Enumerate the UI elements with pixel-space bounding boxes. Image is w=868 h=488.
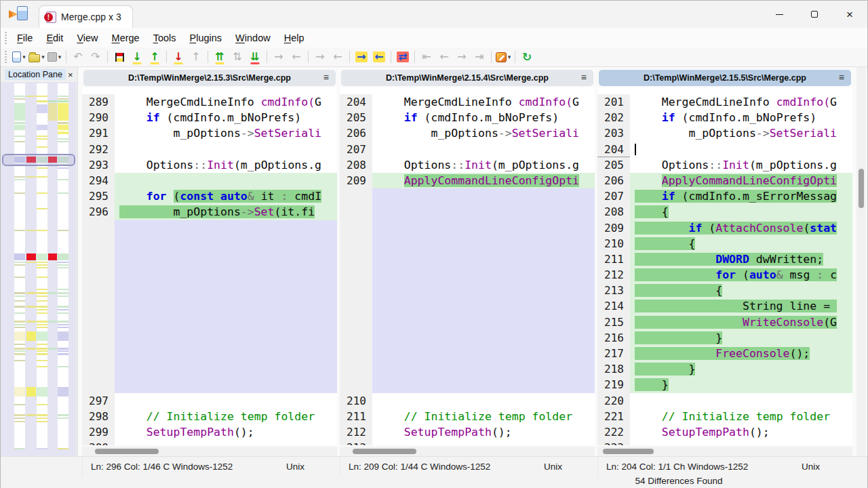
diff-marker[interactable] — [14, 448, 25, 449]
viewport-indicator[interactable] — [2, 154, 75, 166]
menu-file[interactable]: File — [10, 30, 39, 45]
code-line[interactable]: 211 DWORD dwWritten; — [597, 251, 852, 267]
diff-marker[interactable] — [58, 267, 68, 268]
code-line[interactable]: 289 MergeCmdLineInfo cmdInfo(G — [82, 94, 337, 110]
line-number[interactable]: 222 — [597, 424, 630, 440]
diff-marker[interactable] — [14, 230, 25, 231]
diff-marker[interactable] — [37, 136, 47, 137]
menu-edit[interactable]: Edit — [39, 30, 70, 45]
code-text[interactable]: ApplyCommandLineConfigOpti — [372, 173, 595, 188]
line-number[interactable]: 206 — [340, 125, 372, 141]
diff-marker[interactable] — [37, 138, 47, 140]
line-number[interactable]: 211 — [340, 409, 372, 424]
code-text[interactable] — [630, 440, 852, 445]
diff-marker[interactable] — [58, 103, 68, 121]
diff-marker[interactable] — [14, 353, 25, 355]
conflict-marker[interactable] — [48, 253, 57, 260]
diff-marker[interactable] — [58, 230, 68, 231]
diff-marker[interactable] — [37, 353, 47, 355]
code-line[interactable]: 293 Options::Init(m_pOptions.g — [82, 157, 337, 173]
line-number[interactable]: 291 — [82, 125, 115, 141]
toolbar-grip[interactable] — [5, 51, 7, 63]
code-text[interactable]: MergeCmdLineInfo cmdInfo(G — [115, 94, 337, 110]
code-line[interactable]: 211 // Initialize temp folder — [340, 409, 595, 424]
code-line[interactable]: 213 — [340, 440, 595, 445]
line-number[interactable]: 210 — [340, 393, 372, 409]
diff-marker[interactable] — [58, 122, 68, 124]
code-text[interactable]: for (const auto& it : cmdI — [115, 188, 337, 204]
diff-marker[interactable] — [48, 321, 57, 323]
line-number[interactable] — [82, 220, 115, 393]
diff-marker[interactable] — [37, 331, 47, 341]
diff-marker[interactable] — [14, 414, 25, 416]
pane-menu-icon[interactable]: ≡ — [581, 72, 587, 83]
diff-marker[interactable] — [58, 331, 68, 341]
line-number[interactable]: 299 — [82, 424, 115, 440]
code-line[interactable]: 213 { — [597, 283, 852, 298]
diff-marker[interactable] — [37, 306, 47, 308]
diff-marker[interactable] — [58, 138, 68, 140]
document-tab[interactable]: ! Merge.cpp x 3 — [39, 5, 133, 28]
diff-marker[interactable] — [14, 344, 25, 345]
diff-marker[interactable] — [26, 321, 36, 323]
line-number[interactable]: 203 — [597, 125, 630, 141]
diff-marker[interactable] — [37, 192, 47, 194]
diff-marker[interactable] — [48, 348, 57, 350]
diff-marker[interactable] — [37, 253, 47, 260]
refresh-button[interactable]: ↻ — [519, 49, 535, 65]
code-line[interactable]: 208 Options::Init(m_pOptions.g — [340, 157, 595, 173]
diff-marker[interactable] — [14, 96, 25, 97]
menu-help[interactable]: Help — [277, 30, 311, 45]
diff-marker[interactable] — [58, 327, 68, 328]
line-diff-button[interactable] — [111, 49, 127, 65]
line-number[interactable]: 295 — [82, 188, 115, 204]
line-number[interactable]: 204 — [597, 142, 630, 157]
code-line[interactable]: 209 if (AttachConsole(stat — [597, 220, 852, 236]
diff-marker[interactable] — [14, 312, 25, 314]
diff-marker[interactable] — [37, 404, 47, 405]
diff-marker[interactable] — [58, 387, 68, 396]
diff-marker[interactable] — [26, 96, 36, 97]
code-line[interactable]: 300 — [82, 440, 337, 445]
diff-marker[interactable] — [14, 292, 25, 294]
line-number[interactable]: 293 — [82, 157, 115, 173]
diff-marker[interactable] — [14, 192, 25, 194]
line-number[interactable]: 201 — [597, 94, 630, 110]
code-line[interactable]: 203 m_pOptions->SetSeriali — [597, 125, 852, 141]
line-number[interactable] — [340, 188, 372, 393]
line-number[interactable]: 204 — [340, 94, 372, 110]
code-line[interactable]: 210 { — [597, 236, 852, 251]
code-text[interactable] — [372, 393, 595, 409]
diff-marker[interactable] — [37, 321, 47, 323]
code-line[interactable]: 206 m_pOptions->SetSeriali — [340, 125, 595, 141]
code-text[interactable]: } — [630, 361, 852, 377]
line-number[interactable]: 217 — [597, 346, 630, 361]
menu-window[interactable]: Window — [229, 30, 277, 45]
code-text[interactable]: DWORD dwWritten; — [630, 251, 852, 267]
diff-marker[interactable] — [14, 306, 25, 308]
diff-marker[interactable] — [26, 176, 36, 178]
code-text[interactable]: } — [630, 330, 852, 346]
diff-marker[interactable] — [58, 418, 68, 419]
code-text[interactable]: if (cmdInfo.m_bNoPrefs) — [372, 110, 595, 125]
code-line[interactable]: 205 if (cmdInfo.m_bNoPrefs) — [340, 110, 595, 125]
line-number[interactable]: 297 — [82, 393, 115, 409]
diff-marker[interactable] — [26, 306, 36, 308]
code-line[interactable]: 212 for (auto& msg : c — [597, 267, 852, 283]
copy-both-button[interactable]: ⇄ — [395, 49, 411, 65]
code-line[interactable]: 222 SetupTempPath(); — [597, 424, 852, 440]
line-number[interactable]: 214 — [597, 298, 630, 314]
menu-tools[interactable]: Tools — [146, 30, 183, 45]
diff-marker[interactable] — [37, 277, 47, 278]
line-number[interactable]: 221 — [597, 409, 630, 424]
diff-marker[interactable] — [14, 141, 25, 142]
code-line[interactable]: 297 — [82, 393, 337, 409]
code-line[interactable]: 221 // Initialize temp folder — [597, 409, 852, 424]
diff-marker[interactable] — [37, 448, 47, 449]
diff-marker[interactable] — [58, 131, 68, 134]
diff-marker[interactable] — [14, 103, 25, 121]
code-text[interactable]: WriteConsole(G — [630, 314, 852, 330]
code-text[interactable]: Options::Init(m_pOptions.g — [115, 157, 337, 173]
line-number[interactable]: 211 — [597, 251, 630, 267]
diff-marker[interactable] — [37, 176, 47, 178]
